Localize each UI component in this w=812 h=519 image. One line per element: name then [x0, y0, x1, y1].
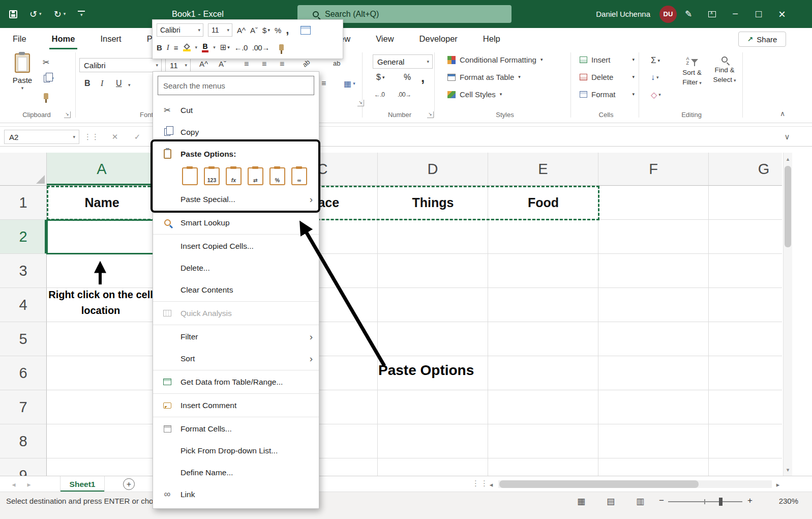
user-name[interactable]: Daniel Uchenna	[596, 10, 650, 18]
bold-button[interactable]: B	[84, 79, 91, 88]
accounting-format-button[interactable]: $	[376, 73, 384, 82]
font-size-combo[interactable]: 11	[165, 58, 191, 72]
increase-decimal-button[interactable]: ←.0	[374, 91, 385, 98]
chevron-down-icon[interactable]	[64, 12, 66, 16]
vertical-scrollbar-thumb[interactable]	[785, 166, 791, 247]
menu-item-link[interactable]: ∞ Link	[153, 483, 319, 505]
chevron-down-icon[interactable]	[353, 81, 355, 86]
chevron-down-icon[interactable]	[500, 92, 502, 97]
merge-center-button[interactable]: ▦	[344, 79, 355, 89]
paste-option-link[interactable]: ∞	[291, 167, 307, 185]
row-header-1[interactable]: 1	[0, 186, 47, 220]
column-header-G[interactable]: G	[709, 153, 782, 186]
menu-item-sort[interactable]: Sort ›	[153, 348, 319, 369]
chevron-down-icon[interactable]	[734, 78, 736, 83]
menu-item-define-name[interactable]: Define Name...	[153, 462, 319, 483]
save-button[interactable]	[9, 10, 17, 18]
mini-grow-font-button[interactable]: A^	[237, 26, 246, 35]
mini-font-size-combo[interactable]: 11	[208, 23, 232, 37]
chevron-down-icon[interactable]	[382, 75, 385, 80]
customize-qat-button[interactable]	[78, 11, 85, 17]
menu-item-pick-from-list[interactable]: Pick From Drop-down List...	[153, 440, 319, 462]
menu-item-paste-special[interactable]: Paste Special... ›	[153, 188, 319, 210]
chevron-down-icon[interactable]	[540, 57, 543, 62]
grow-font-button[interactable]: A^	[199, 60, 208, 68]
menu-search-input[interactable]	[158, 76, 314, 95]
format-cells-button[interactable]: Format	[580, 90, 635, 99]
delete-cells-button[interactable]: Delete	[580, 73, 635, 81]
shrink-font-button[interactable]: Aˇ	[219, 60, 226, 68]
tab-view[interactable]: View	[376, 28, 394, 49]
page-layout-view-button[interactable]: ▤	[602, 494, 619, 508]
italic-button[interactable]: I	[101, 79, 103, 88]
mini-fill-color-button[interactable]	[183, 43, 191, 51]
paste-option-values[interactable]: 123	[204, 167, 220, 185]
mini-font-color-button[interactable]: B	[202, 43, 208, 52]
find-select-button[interactable]: Find &Select	[709, 56, 740, 85]
menu-item-copy[interactable]: Copy	[153, 121, 319, 143]
horizontal-scrollbar-thumb[interactable]	[499, 480, 699, 488]
font-name-combo[interactable]: Calibri	[79, 58, 162, 72]
draw-pen-button[interactable]: ✎	[677, 0, 700, 28]
mini-format-painter-button[interactable]	[279, 44, 284, 50]
zoom-out-button[interactable]: −	[655, 493, 668, 508]
underline-button[interactable]: U	[116, 79, 122, 88]
close-button[interactable]: ×	[770, 0, 794, 28]
chevron-down-icon[interactable]	[632, 75, 635, 79]
menu-item-get-data[interactable]: Get Data from Table/Range...	[153, 371, 319, 393]
row-header-7[interactable]: 7	[0, 390, 47, 424]
percent-style-button[interactable]: %	[404, 73, 411, 82]
fill-button[interactable]: ↓	[651, 73, 659, 82]
sort-filter-button[interactable]: AZ Sort &Filter	[677, 56, 707, 88]
new-sheet-button[interactable]: +	[123, 478, 135, 490]
chevron-down-icon[interactable]	[39, 12, 42, 16]
chevron-down-icon[interactable]	[156, 63, 158, 68]
select-all-button[interactable]	[0, 153, 47, 186]
row-header-3[interactable]: 3	[0, 254, 47, 288]
minimize-button[interactable]: −	[724, 0, 747, 28]
clipboard-dialog-launcher[interactable]: ↘	[64, 111, 71, 118]
tab-file[interactable]: File	[13, 28, 26, 49]
format-painter-button[interactable]	[44, 93, 48, 99]
sheet-tab-sheet1[interactable]: Sheet1	[60, 476, 105, 492]
chevron-down-icon[interactable]	[267, 28, 270, 33]
mini-shrink-font-button[interactable]: Aˇ	[250, 26, 258, 35]
chevron-down-icon[interactable]	[21, 86, 24, 91]
mini-percent-button[interactable]: %	[275, 26, 281, 35]
align-middle-button[interactable]: ≡	[262, 60, 266, 69]
chevron-down-icon[interactable]	[518, 75, 521, 79]
chevron-down-icon[interactable]	[658, 59, 660, 63]
tab-insert[interactable]: Insert	[100, 28, 121, 49]
align-top-button[interactable]: ≡	[244, 60, 249, 69]
scroll-right-button[interactable]: ▸	[773, 479, 783, 489]
cut-button[interactable]: ✂	[43, 57, 49, 67]
column-header-F[interactable]: F	[598, 153, 709, 186]
mini-decrease-decimal-button[interactable]: .00→	[252, 43, 269, 52]
expand-formula-bar-button[interactable]: ∨	[780, 130, 794, 144]
mini-align-button[interactable]: ≡	[174, 43, 178, 52]
column-header-D[interactable]: D	[378, 153, 488, 186]
orientation-button[interactable]: ab	[301, 58, 312, 69]
decrease-indent-button[interactable]: ≡	[321, 79, 326, 88]
cancel-entry-button[interactable]: ✕	[108, 130, 122, 144]
mini-bold-button[interactable]: B	[157, 43, 162, 52]
column-header-A[interactable]: A	[47, 153, 157, 186]
scroll-down-button[interactable]: ▾	[784, 465, 792, 475]
chevron-down-icon[interactable]	[213, 45, 216, 50]
avatar[interactable]: DU	[659, 6, 677, 23]
chevron-down-icon[interactable]	[632, 92, 635, 97]
zoom-level[interactable]: 230%	[762, 497, 798, 505]
paste-option-transpose[interactable]: ⇄	[248, 167, 263, 185]
paste-option-formatting[interactable]: %	[269, 167, 285, 185]
mini-accounting-button[interactable]: $	[262, 26, 270, 35]
chevron-down-icon[interactable]	[227, 28, 229, 33]
row-header-6[interactable]: 6	[0, 356, 47, 390]
confirm-entry-button[interactable]: ✓	[130, 130, 144, 144]
zoom-in-button[interactable]: +	[743, 493, 757, 508]
redo-button[interactable]: ↻	[54, 9, 66, 20]
comma-style-button[interactable]: ,	[421, 70, 425, 85]
alignment-dialog-launcher[interactable]: ↘	[357, 100, 364, 106]
chevron-down-icon[interactable]	[73, 135, 75, 139]
column-header-E[interactable]: E	[488, 153, 598, 186]
mini-italic-button[interactable]: I	[167, 43, 169, 52]
